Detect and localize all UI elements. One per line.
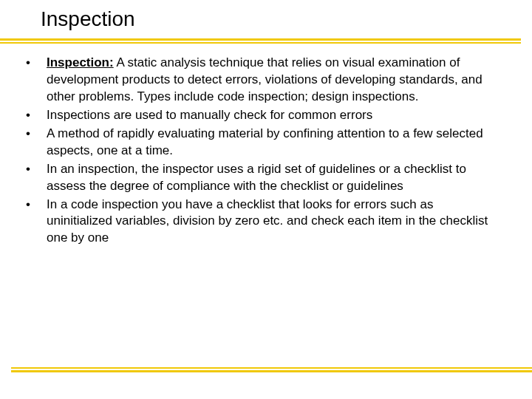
bullet-marker: •: [26, 161, 47, 195]
divider-line: [11, 367, 532, 369]
bullet-text: In a code inspection you have a checklis…: [47, 197, 502, 248]
slide-container: Inspection • Inspection: A static analys…: [0, 0, 532, 399]
divider-top: [0, 38, 521, 44]
list-item: • A method of rapidly evaluating materia…: [26, 126, 502, 160]
bullet-marker: •: [26, 55, 47, 106]
bullet-text: In an inspection, the inspector uses a r…: [47, 161, 502, 195]
bullet-marker: •: [26, 197, 47, 248]
divider-line: [0, 38, 521, 41]
list-item: • Inspection: A static analysis techniqu…: [26, 55, 502, 106]
list-item: • In a code inspection you have a checkl…: [26, 197, 502, 248]
content-area: • Inspection: A static analysis techniqu…: [0, 31, 532, 247]
bullet-text: A method of rapidly evaluating material …: [47, 126, 502, 160]
bullet-text: Inspection: A static analysis technique …: [47, 55, 502, 106]
divider-line: [11, 370, 532, 372]
slide-title: Inspection: [41, 7, 532, 31]
bullet-marker: •: [26, 126, 47, 160]
divider-line: [0, 42, 521, 44]
list-item: • Inspections are used to manually check…: [26, 107, 502, 124]
bullet-marker: •: [26, 107, 47, 124]
bullet-text: Inspections are used to manually check f…: [47, 107, 502, 124]
divider-bottom: [11, 367, 532, 373]
bullet-list: • Inspection: A static analysis techniqu…: [26, 55, 502, 247]
list-item: • In an inspection, the inspector uses a…: [26, 161, 502, 195]
title-area: Inspection: [0, 0, 532, 31]
bold-definition-term: Inspection:: [47, 55, 114, 69]
